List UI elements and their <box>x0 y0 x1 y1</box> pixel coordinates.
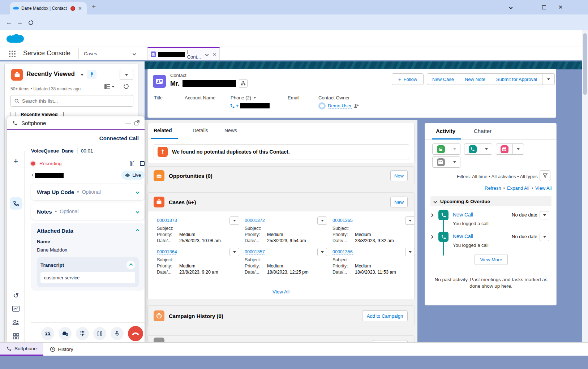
cases-title[interactable]: Cases (6+) <box>169 199 196 205</box>
case-row-dropdown-button[interactable] <box>405 248 415 256</box>
case-number-link[interactable]: 00001373 <box>157 218 177 223</box>
new-note-button[interactable]: New Note <box>459 73 491 85</box>
list-refresh-icon[interactable] <box>123 83 129 89</box>
email-button-group[interactable] <box>432 156 460 168</box>
dialpad-button[interactable] <box>76 327 89 340</box>
campaign-history-title[interactable]: Campaign History (0) <box>169 313 223 319</box>
utility-softphone-tab[interactable]: Softphone <box>0 343 43 356</box>
tab-related[interactable]: Related <box>154 128 172 133</box>
mute-button[interactable] <box>111 327 124 340</box>
opportunities-title[interactable]: Opportunities (0) <box>169 173 213 179</box>
list-search-input[interactable]: Search this list... <box>10 95 133 107</box>
new-event-button-group[interactable] <box>496 143 524 155</box>
list-actions-dropdown-button[interactable] <box>120 70 133 80</box>
case-row-dropdown-button[interactable] <box>405 216 415 225</box>
new-task-dropdown[interactable] <box>449 144 460 154</box>
scrollbar-thumb[interactable] <box>583 33 587 95</box>
case-number-link[interactable]: 00001365 <box>332 218 353 223</box>
utility-history-tab[interactable]: History <box>43 343 80 356</box>
cases-section-header[interactable]: Cases (6+) New <box>148 193 414 211</box>
add-to-campaign-button[interactable]: Add to Campaign <box>362 310 408 321</box>
view-all-link[interactable]: View All <box>535 185 551 191</box>
record-tab-close-icon[interactable]: ✕ <box>213 52 216 57</box>
field-label-phone[interactable]: Phone (2) <box>231 95 256 100</box>
new-case-button[interactable]: New Case <box>427 73 459 85</box>
nav-tab-cases[interactable]: Cases <box>84 47 97 60</box>
item-expander-icon[interactable] <box>430 233 433 239</box>
activity-item-title-link[interactable]: New Call <box>453 212 473 218</box>
row-checkbox[interactable] <box>10 112 16 117</box>
new-event-dropdown[interactable] <box>513 144 524 154</box>
pin-list-button[interactable] <box>87 70 96 79</box>
case-number-link[interactable]: 00001356 <box>332 249 353 255</box>
new-task-button-group[interactable] <box>432 143 460 155</box>
record-tab-dropdown-chevron-icon[interactable] <box>205 52 209 56</box>
activity-item-title-link[interactable]: New Call <box>453 233 473 239</box>
case-row-dropdown-button[interactable] <box>317 216 327 225</box>
active-call-tab[interactable] <box>7 197 25 210</box>
opportunities-new-button[interactable]: New <box>390 170 408 181</box>
tab-close-icon[interactable]: ✕ <box>78 6 82 11</box>
window-minimize-button[interactable]: — <box>519 0 536 14</box>
list-view-selector-chevron-icon[interactable] <box>81 74 83 76</box>
app-launcher-waffle-icon[interactable] <box>9 50 16 57</box>
opportunities-section[interactable]: Opportunities (0) New <box>147 166 415 185</box>
apps-grid-icon[interactable] <box>7 333 25 339</box>
list-view-title[interactable]: Recently Viewed <box>26 70 75 78</box>
contacts-people-icon[interactable] <box>7 319 25 325</box>
cases-tab-dropdown-chevron-icon[interactable] <box>133 47 136 60</box>
upcoming-overdue-header[interactable]: Upcoming & Overdue <box>430 196 551 206</box>
window-maximize-button[interactable] <box>536 0 552 14</box>
submit-for-approval-button[interactable]: Submit for Approval <box>491 73 542 85</box>
browser-forward-button[interactable]: → <box>14 17 25 28</box>
owner-link[interactable]: Demo User <box>328 103 352 109</box>
view-more-button[interactable]: View More <box>475 254 508 265</box>
tab-details[interactable]: Details <box>193 128 208 133</box>
case-row-dropdown-button[interactable] <box>229 248 239 256</box>
tab-news[interactable]: News <box>224 128 237 133</box>
case-number-link[interactable]: 00001372 <box>245 218 265 223</box>
stop-recording-icon[interactable] <box>140 161 145 166</box>
transcript-collapse-button[interactable] <box>126 261 135 269</box>
wrap-up-code-accordion[interactable]: Wrap Up Code • Optional <box>31 184 145 200</box>
conference-call-button[interactable] <box>41 327 54 340</box>
analytics-icon[interactable] <box>7 306 25 312</box>
pause-recording-icon[interactable] <box>130 161 134 166</box>
end-call-button[interactable] <box>128 326 143 341</box>
campaign-history-section[interactable]: Campaign History (0) Add to Campaign <box>147 305 415 326</box>
case-row-dropdown-button[interactable] <box>317 248 327 256</box>
notes-expand-chevron-icon[interactable] <box>136 210 140 213</box>
nav-tab-contact-record[interactable]: | Cont... ✕ <box>147 47 220 60</box>
live-transcription-badge[interactable]: Live <box>121 171 145 180</box>
tab-activity[interactable]: Activity <box>436 128 455 134</box>
browser-back-button[interactable]: ← <box>4 17 14 28</box>
softphone-minimize-icon[interactable]: — <box>125 120 131 126</box>
email-dropdown[interactable] <box>449 157 460 167</box>
change-owner-icon[interactable] <box>354 104 359 108</box>
case-row-dropdown-button[interactable] <box>229 216 239 225</box>
log-call-dropdown[interactable] <box>481 144 492 154</box>
cases-view-all-link[interactable]: View All <box>272 289 289 295</box>
hold-call-button[interactable] <box>93 327 106 340</box>
new-call-plus-button[interactable]: + <box>7 156 25 166</box>
tab-search-chevron-icon[interactable] <box>502 0 519 14</box>
phone-dropdown-icon[interactable] <box>253 97 256 99</box>
section-collapse-chevron-icon[interactable] <box>434 199 437 203</box>
log-call-button-group[interactable] <box>464 143 492 155</box>
attached-data-collapse-chevron-icon[interactable] <box>136 229 140 233</box>
refresh-link[interactable]: Refresh <box>485 185 501 191</box>
history-icon[interactable]: ↺ <box>7 291 25 300</box>
expand-all-link[interactable]: Expand All <box>507 185 529 191</box>
notes-accordion[interactable]: Notes • Optional <box>31 203 145 220</box>
item-expander-icon[interactable] <box>430 211 433 218</box>
view-hierarchy-button[interactable] <box>239 79 248 88</box>
new-tab-button[interactable]: + <box>92 3 96 11</box>
wrapup-expand-chevron-icon[interactable] <box>136 190 140 194</box>
browser-tab[interactable]: Dane Maddox | Contact | Sal ✕ <box>10 2 87 14</box>
browser-reload-button[interactable] <box>25 17 36 28</box>
tab-chatter[interactable]: Chatter <box>474 128 492 134</box>
activity-item-dropdown-button[interactable] <box>540 211 549 219</box>
transfer-call-button[interactable] <box>59 327 72 340</box>
more-actions-dropdown-button[interactable] <box>542 73 555 85</box>
display-as-button[interactable] <box>104 84 115 89</box>
